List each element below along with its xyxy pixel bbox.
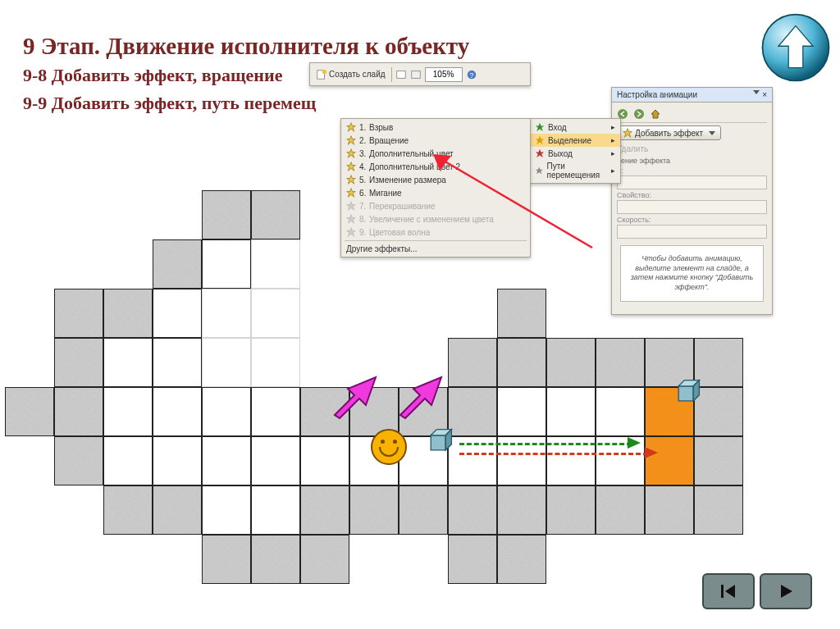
floor-cell <box>153 338 202 387</box>
wall-cell <box>694 436 743 485</box>
slide-subtitle-2: 9-9 Добавить эффект, путь перемещ <box>23 93 316 113</box>
wall-cell <box>251 190 300 239</box>
wall-cell <box>694 485 743 535</box>
wall-cell <box>300 485 349 535</box>
add-effect-label: Добавить эффект <box>635 129 703 138</box>
floor-cell <box>251 289 300 338</box>
toolbar-icon-a[interactable] <box>395 69 407 80</box>
floor-cell <box>497 387 546 436</box>
path-green <box>459 443 632 445</box>
floor-cell <box>251 387 300 436</box>
nav-next-button[interactable] <box>760 573 812 609</box>
flyout-item[interactable]: Выделение▸ <box>530 134 620 147</box>
floor-cell <box>202 239 251 289</box>
effect-item[interactable]: 4.Дополнительный цвет 2 <box>341 160 530 173</box>
nav-prev-button[interactable] <box>702 573 755 609</box>
wall-cell <box>54 436 103 485</box>
effect-item[interactable]: 1.Взрыв <box>341 121 530 134</box>
home-icon[interactable] <box>650 108 661 120</box>
toolbar-separator <box>391 67 392 82</box>
task-pane-close-icon[interactable]: × <box>762 90 767 99</box>
svg-point-8 <box>634 109 644 119</box>
wall-cell <box>448 535 497 584</box>
add-effect-button[interactable]: Добавить эффект <box>617 125 721 140</box>
wall-cell <box>448 485 497 535</box>
effect-item[interactable]: 2.Вращение <box>341 134 530 147</box>
slide-subtitle-1: 9-8 Добавить эффект, вращение <box>23 65 282 85</box>
wall-cell <box>202 190 251 239</box>
floor-cell <box>103 436 153 485</box>
flyout-item[interactable]: Пути перемещения▸ <box>530 160 620 181</box>
path-red-arrowhead <box>645 444 661 461</box>
svg-marker-23 <box>781 585 792 598</box>
floor-cell <box>300 436 349 485</box>
wall-cell <box>497 289 546 338</box>
target-cell <box>645 436 694 485</box>
floor-cell <box>251 485 300 535</box>
wall-cell <box>546 485 596 535</box>
svg-marker-18 <box>400 377 441 418</box>
floor-cell <box>103 387 153 436</box>
wall-cell <box>349 485 399 535</box>
wall-cell <box>54 338 103 387</box>
wall-cell <box>399 485 448 535</box>
wall-cell <box>54 387 103 436</box>
wall-cell <box>497 485 546 535</box>
path-red <box>459 453 648 455</box>
wall-cell <box>153 485 202 535</box>
wall-cell <box>153 239 202 289</box>
svg-marker-20 <box>645 447 658 458</box>
floor-cell <box>153 436 202 485</box>
wall-cell <box>5 387 54 436</box>
pink-arrow-1 <box>326 367 384 425</box>
floor-cell <box>153 289 202 338</box>
path-green-arrowhead <box>628 435 644 451</box>
wall-cell <box>251 535 300 584</box>
floor-cell <box>596 387 645 436</box>
forward-icon[interactable] <box>633 108 645 120</box>
new-slide-button[interactable]: Создать слайд <box>313 67 388 82</box>
svg-rect-21 <box>721 585 724 598</box>
up-arrow-orb[interactable] <box>760 11 832 84</box>
effect-category-menu: Вход▸Выделение▸Выход▸Пути перемещения▸ <box>529 118 621 184</box>
floor-cell <box>202 387 251 436</box>
svg-marker-14 <box>678 386 693 401</box>
smiley-icon <box>371 429 407 465</box>
floor-cell <box>202 289 251 338</box>
floor-cell <box>251 436 300 485</box>
wall-cell <box>497 535 546 584</box>
help-icon[interactable]: ? <box>466 69 477 80</box>
flyout-item[interactable]: Выход▸ <box>530 147 620 160</box>
wall-cell <box>448 338 497 387</box>
slide-title: 9 Этап. Движение исполнителя к объекту <box>23 33 469 59</box>
start-label: о: <box>617 166 767 175</box>
wall-cell <box>103 485 153 535</box>
svg-text:?: ? <box>469 71 473 79</box>
powerpoint-toolbar: Создать слайд ? <box>309 62 531 86</box>
toolbar-icon-b[interactable] <box>410 69 422 80</box>
svg-marker-19 <box>628 437 641 449</box>
effect-item[interactable]: 3.Дополнительный цвет <box>341 147 530 160</box>
wall-cell <box>546 338 596 387</box>
start-field[interactable] <box>617 175 767 189</box>
wall-cell <box>645 485 694 535</box>
floor-cell <box>251 239 300 289</box>
new-slide-icon <box>316 69 327 80</box>
new-slide-label: Создать слайд <box>329 70 386 79</box>
task-pane-dropdown-icon[interactable] <box>753 90 760 94</box>
wall-cell <box>54 289 103 338</box>
svg-marker-22 <box>725 585 735 598</box>
floor-cell <box>202 436 251 485</box>
wall-cell <box>202 535 251 584</box>
task-pane-title: Настройка анимации <box>617 90 697 99</box>
cube-1 <box>425 426 454 456</box>
floor-cell <box>103 338 153 387</box>
wall-cell <box>596 338 645 387</box>
flyout-item[interactable]: Вход▸ <box>530 121 620 134</box>
floor-cell <box>251 338 300 387</box>
zoom-input[interactable] <box>425 67 463 82</box>
cube-2 <box>673 377 702 407</box>
wall-cell <box>300 535 349 584</box>
delete-label[interactable]: Удалить <box>617 144 648 153</box>
effect-item[interactable]: 5.Изменение размера <box>341 173 530 186</box>
